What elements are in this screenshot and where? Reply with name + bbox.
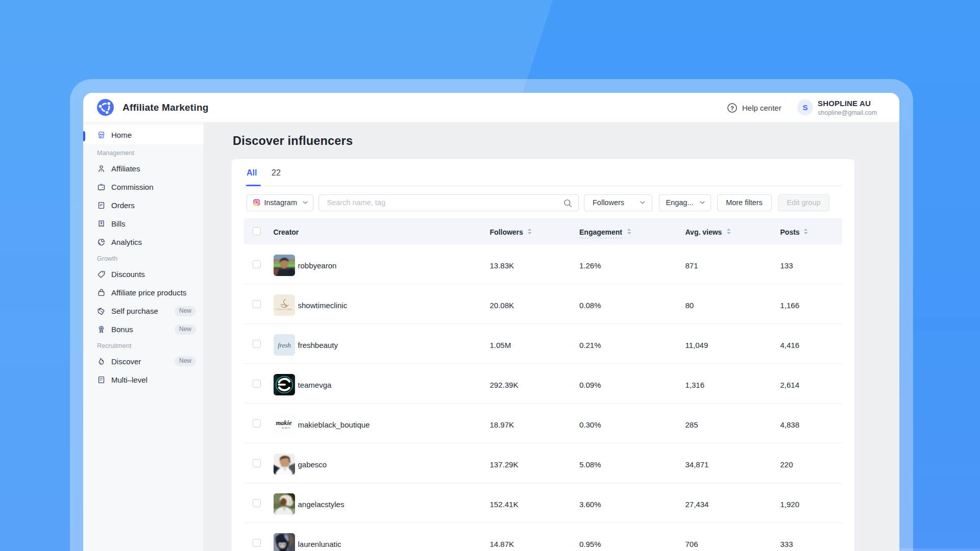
svg-text:SHOWTIME: SHOWTIME <box>276 308 292 311</box>
svg-text:BLACK: BLACK <box>282 427 290 429</box>
svg-text:makie: makie <box>276 419 292 427</box>
svg-text:CLINIC: CLINIC <box>281 311 287 313</box>
svg-text:fresh: fresh <box>278 341 291 349</box>
svg-text:?: ? <box>730 105 734 111</box>
